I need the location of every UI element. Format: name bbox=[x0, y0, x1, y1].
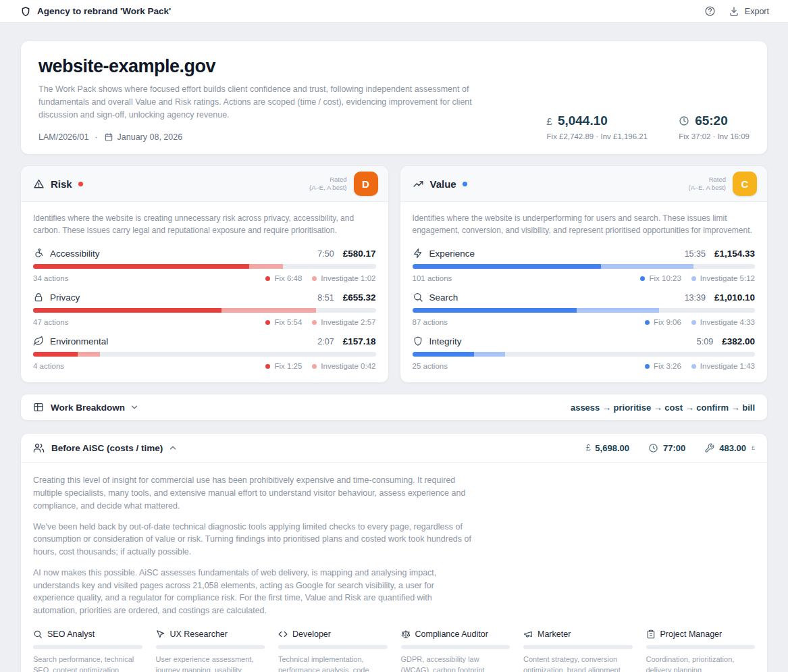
value-title: Value bbox=[430, 178, 456, 190]
metric-time: 5:09 bbox=[697, 337, 713, 346]
fix-dot bbox=[265, 364, 270, 369]
fix-dot bbox=[640, 276, 645, 281]
risk-card: Risk Rated(A–E, A best) D Identifies whe… bbox=[20, 165, 389, 383]
total-time-breakdown: Fix 37:02 · Inv 16:09 bbox=[679, 132, 750, 140]
metric-cost: £1,154.33 bbox=[714, 249, 755, 259]
code-icon bbox=[278, 629, 288, 639]
work-breakdown-toggle[interactable]: Work Breakdown assess → prioritise → cos… bbox=[20, 394, 768, 421]
value-metric-search: Search 13:39£1,010.10 87 actions Fix 9:0… bbox=[413, 292, 756, 326]
value-integrity-bar bbox=[413, 352, 756, 357]
mouse-pointer-icon bbox=[156, 629, 165, 639]
summary-description: The Work Pack shows where focused effort… bbox=[38, 83, 476, 121]
chevron-down-icon bbox=[130, 403, 139, 412]
risk-title: Risk bbox=[51, 178, 72, 190]
actions-count: 4 actions bbox=[33, 362, 64, 370]
before-aisc-toggle[interactable]: Before AiSC (costs / time) £ 5,698.00 77… bbox=[21, 434, 767, 463]
value-grade-badge: C bbox=[733, 172, 757, 196]
investigate-dot bbox=[312, 364, 317, 369]
before-aisc-title: Before AiSC (costs / time) bbox=[51, 443, 163, 453]
summary-card: website-example.gov The Work Pack shows … bbox=[20, 41, 768, 155]
fix-dot bbox=[265, 276, 270, 281]
pound-icon: £ bbox=[586, 443, 591, 453]
work-breakdown-title: Work Breakdown bbox=[51, 403, 125, 413]
role-marketer: Marketer Content strategy, conversion op… bbox=[523, 629, 633, 672]
risk-metric-environmental: Environmental 2:07£157.18 4 actions Fix … bbox=[33, 336, 376, 370]
calendar-icon bbox=[104, 132, 113, 142]
risk-privacy-bar bbox=[33, 308, 376, 313]
risk-description: Identifies where the website is creating… bbox=[33, 212, 376, 236]
megaphone-icon bbox=[523, 629, 533, 639]
value-card: Value Rated(A–E, A best) C Identifies wh… bbox=[400, 165, 768, 383]
role-seo-analyst: SEO Analyst Search performance, technica… bbox=[33, 629, 142, 672]
metric-time: 2:07 bbox=[317, 337, 334, 346]
total-cost-stat: £ 5,044.10 Fix £2,742.89 · Inv £1,196.21 bbox=[547, 113, 648, 140]
investigate-dot bbox=[691, 320, 696, 325]
total-time-value: 65:20 bbox=[695, 113, 728, 128]
clock-icon bbox=[648, 443, 658, 453]
report-date: January 08, 2026 bbox=[117, 132, 183, 142]
download-icon bbox=[729, 6, 739, 17]
fix-dot bbox=[645, 320, 650, 325]
before-paragraph-1: Creating this level of insight for comme… bbox=[33, 474, 472, 512]
actions-count: 25 actions bbox=[413, 362, 448, 370]
metric-time: 8:51 bbox=[317, 293, 334, 303]
risk-environmental-bar bbox=[33, 352, 376, 357]
actions-count: 47 actions bbox=[33, 318, 68, 326]
export-button[interactable]: Export bbox=[729, 6, 769, 17]
metric-cost: £655.32 bbox=[343, 292, 376, 303]
metric-time: 7:50 bbox=[317, 249, 334, 259]
fix-dot bbox=[645, 364, 650, 369]
search-icon bbox=[413, 292, 423, 303]
accessibility-icon bbox=[33, 248, 44, 259]
wrench-icon bbox=[704, 443, 714, 453]
before-rate-stat: 483.00£ bbox=[704, 443, 755, 453]
total-cost-breakdown: Fix £2,742.89 · Inv £1,196.21 bbox=[547, 132, 648, 140]
chevron-up-icon bbox=[168, 443, 178, 453]
before-cost-stat: £ 5,698.00 bbox=[586, 443, 629, 453]
before-paragraph-3: AI now makes this possible. AiSC assesse… bbox=[33, 567, 472, 617]
actions-count: 87 actions bbox=[413, 318, 448, 326]
role-developer: Developer Technical implementation, perf… bbox=[278, 629, 388, 672]
help-icon[interactable] bbox=[704, 5, 716, 17]
risk-accessibility-bar bbox=[33, 264, 376, 269]
clipboard-icon bbox=[646, 629, 656, 639]
metric-cost: £580.17 bbox=[343, 249, 376, 259]
value-experience-bar bbox=[413, 264, 756, 269]
value-metric-experience: Experience 15:35£1,154.33 101 actions Fi… bbox=[413, 248, 756, 282]
metric-cost: £1,010.10 bbox=[714, 292, 755, 303]
trending-up-icon bbox=[413, 178, 424, 190]
value-metric-integrity: Integrity 5:09£382.00 25 actions Fix 3:2… bbox=[413, 336, 756, 370]
role-compliance-auditor: Compliance Auditor GDPR, accessibility l… bbox=[401, 629, 510, 672]
app-title: Agency to rebrand 'Work Pack' bbox=[37, 6, 171, 16]
before-paragraph-2: We've been held back by out-of-date tech… bbox=[33, 521, 472, 559]
shield-icon bbox=[413, 336, 423, 346]
metric-cost: £157.18 bbox=[343, 336, 376, 346]
value-dot bbox=[463, 182, 467, 186]
reference-code: LAM/2026/01 bbox=[38, 132, 88, 142]
export-label: Export bbox=[745, 7, 769, 16]
value-description: Identifies where the website is underper… bbox=[413, 212, 756, 236]
metric-time: 13:39 bbox=[685, 293, 706, 303]
metric-cost: £382.00 bbox=[722, 336, 755, 346]
rated-scale-label: Rated(A–E, A best) bbox=[689, 176, 726, 192]
search-icon bbox=[33, 629, 43, 639]
alert-triangle-icon bbox=[33, 178, 45, 190]
role-ux-researcher: UX Researcher User experience assessment… bbox=[156, 629, 265, 672]
rated-scale-label: Rated(A–E, A best) bbox=[309, 176, 346, 192]
value-search-bar bbox=[413, 308, 756, 313]
actions-count: 101 actions bbox=[413, 274, 452, 282]
before-aisc-card: Before AiSC (costs / time) £ 5,698.00 77… bbox=[20, 433, 768, 672]
risk-metric-accessibility: Accessibility 7:50£580.17 34 actions Fix… bbox=[33, 248, 376, 282]
investigate-dot bbox=[691, 364, 696, 369]
users-icon bbox=[33, 442, 45, 454]
meta-separator: · bbox=[95, 132, 97, 142]
actions-count: 34 actions bbox=[33, 274, 68, 282]
clock-icon bbox=[679, 115, 689, 126]
investigate-dot bbox=[691, 276, 696, 281]
roles-grid: SEO Analyst Search performance, technica… bbox=[33, 629, 755, 672]
fix-dot bbox=[265, 320, 270, 325]
lock-icon bbox=[33, 292, 44, 303]
total-time-stat: 65:20 Fix 37:02 · Inv 16:09 bbox=[679, 113, 750, 140]
leaf-icon bbox=[33, 336, 44, 346]
total-cost-value: 5,044.10 bbox=[558, 113, 608, 128]
